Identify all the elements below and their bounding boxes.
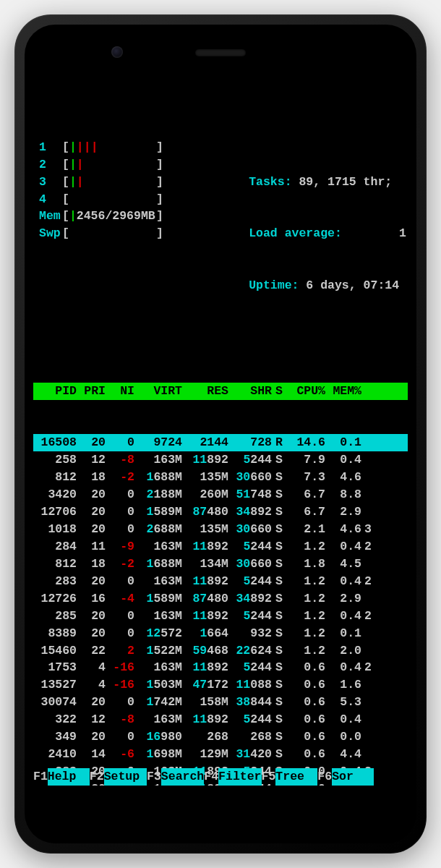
camera-icon [111, 46, 123, 58]
tasks-label: Tasks: [249, 175, 291, 189]
col-res[interactable]: RES [182, 383, 228, 400]
swp-meter: Swp[ ] [36, 225, 163, 242]
load-value: 1 [399, 226, 406, 240]
stats-block: Tasks: 89, 1715 thr; Load average: 1 Upt… [249, 139, 406, 329]
fnlabel-sor[interactable]: Sor [332, 768, 374, 786]
cpu-meter-3: 3[|| ] [36, 174, 163, 191]
tasks-value: 89, 1715 thr; [299, 175, 392, 189]
fnlabel-filter[interactable]: Filter [218, 768, 261, 786]
col-cpupct[interactable]: CPU% [286, 383, 325, 400]
process-row[interactable]: 135274-161503M4717211088S0.61.6 [33, 676, 408, 694]
mem-meter: Mem[|2456/2969MB] [36, 208, 163, 225]
fnkey-f6[interactable]: F6 [317, 768, 332, 786]
terminal-screen[interactable]: 1[|||| ]2[|| ]3[|| ]4[ ]Mem[|2456/2969MB… [33, 82, 408, 786]
process-row[interactable]: 25812-8163M118925244S7.90.4 [33, 451, 408, 469]
cpu-meters: 1[|||| ]2[|| ]3[|| ]4[ ]Mem[|2456/2969MB… [36, 139, 163, 329]
process-row[interactable]: 32212-8163M118925244S0.60.4 [33, 711, 408, 728]
process-row[interactable]: 154602221522M5946822624S1.22.0 [33, 642, 408, 660]
uptime-label: Uptime: [249, 278, 299, 292]
footer-bar[interactable]: F1Help F2Setup F3SearchF4FilterF5Tree F6… [33, 768, 408, 786]
uptime-value: 6 days, 07:14 [306, 278, 399, 292]
process-row[interactable]: 1272616-41589M8748034892S1.22.9 [33, 590, 408, 608]
fnlabel-setup[interactable]: Setup [104, 768, 147, 786]
fnkey-f2[interactable]: F2 [90, 768, 104, 786]
process-row[interactable]: 34202002188M260M51748S6.78.8 [33, 486, 408, 503]
process-row[interactable]: 81218-21688M134M30660S1.84.5 [33, 556, 408, 573]
fnkey-f3[interactable]: F3 [147, 768, 161, 786]
fnlabel-help[interactable]: Help [48, 768, 90, 786]
speaker-icon [195, 49, 246, 56]
process-row[interactable]: 241014-61698M129M31420S0.64.4 [33, 746, 408, 763]
process-row[interactable]: 10182002688M135M30660S2.14.63 [33, 521, 408, 538]
cpu-meter-2: 2[|| ] [36, 156, 163, 174]
col-pid[interactable]: PID [33, 383, 77, 400]
process-list[interactable]: 1650820097242144728R14.60.125812-8163M11… [33, 434, 408, 786]
fnkey-f5[interactable]: F5 [262, 768, 276, 786]
process-row[interactable]: 34920016980268268S0.60.0 [33, 728, 408, 746]
load-label: Load average: [249, 226, 342, 240]
process-row[interactable]: 1650820097242144728R14.60.1 [33, 434, 408, 451]
fnlabel-search[interactable]: Search [161, 768, 204, 786]
cpu-meter-4: 4[ ] [36, 191, 163, 208]
col-pri[interactable]: PRI [77, 383, 106, 400]
col-virt[interactable]: VIRT [134, 383, 182, 400]
process-row[interactable]: 81218-21688M135M30660S7.34.6 [33, 469, 408, 486]
column-header[interactable]: PIDPRINIVIRTRESSHRSCPU%MEM% [33, 383, 408, 400]
fnlabel-tree[interactable]: Tree [275, 768, 317, 786]
fnkey-f1[interactable]: F1 [33, 768, 48, 786]
phone-inner: 1[|||| ]2[|| ]3[|| ]4[ ]Mem[|2456/2969MB… [25, 25, 416, 843]
col-shr[interactable]: SHR [228, 383, 272, 400]
phone-frame: 1[|||| ]2[|| ]3[|| ]4[ ]Mem[|2456/2969MB… [14, 14, 427, 854]
process-row[interactable]: 285200163M118925244S1.20.42 [33, 608, 408, 625]
process-row[interactable]: 8389200125721664932S1.20.1 [33, 625, 408, 642]
cpu-meter-1: 1[|||| ] [36, 139, 163, 156]
process-row[interactable]: 283200163M118925244S1.20.42 [33, 573, 408, 590]
process-row[interactable]: 300742001742M158M38844S0.65.3 [33, 694, 408, 711]
process-row[interactable]: 17534-16163M118925244S0.60.42 [33, 659, 408, 676]
header-block: 1[|||| ]2[|| ]3[|| ]4[ ]Mem[|2456/2969MB… [33, 135, 408, 331]
fnkey-f4[interactable]: F4 [204, 768, 218, 786]
col-s[interactable]: S [272, 383, 286, 400]
process-row[interactable]: 28411-9163M118925244S1.20.42 [33, 538, 408, 556]
process-row[interactable]: 127062001589M8748034892S6.72.9 [33, 503, 408, 521]
col-mempct[interactable]: MEM% [325, 383, 361, 400]
col-ni[interactable]: NI [106, 383, 134, 400]
